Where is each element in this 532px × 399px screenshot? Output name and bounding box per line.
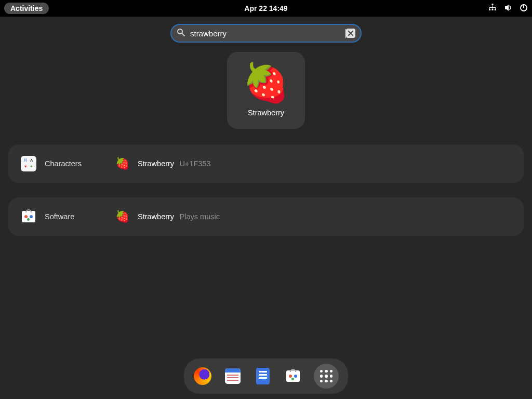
volume-icon[interactable] bbox=[504, 4, 512, 14]
system-status-area[interactable] bbox=[488, 4, 528, 14]
dash-show-applications[interactable] bbox=[314, 364, 339, 389]
software-result-item[interactable]: 🍓 Strawberry Plays music bbox=[115, 210, 220, 223]
todo-icon bbox=[256, 368, 270, 384]
search-providers: 月A ♥✦ Characters 🍓 Strawberry U+1F353 So… bbox=[0, 144, 532, 236]
app-result-strawberry[interactable]: 🍓 Strawberry bbox=[227, 52, 305, 129]
search-icon bbox=[177, 28, 185, 38]
svg-rect-0 bbox=[492, 4, 494, 5]
power-icon[interactable] bbox=[520, 4, 528, 14]
calendar-icon bbox=[225, 368, 241, 384]
character-result-item[interactable]: 🍓 Strawberry U+1F353 bbox=[115, 157, 211, 170]
svg-rect-3 bbox=[495, 9, 496, 10]
svg-rect-8 bbox=[495, 7, 496, 9]
strawberry-icon: 🍓 bbox=[243, 64, 289, 101]
search-input[interactable] bbox=[185, 29, 346, 38]
svg-rect-10 bbox=[523, 4, 524, 8]
software-icon bbox=[285, 369, 301, 383]
svg-rect-7 bbox=[493, 7, 493, 9]
dash-software[interactable] bbox=[284, 367, 302, 385]
dash bbox=[184, 358, 348, 394]
svg-rect-4 bbox=[493, 5, 493, 7]
svg-line-12 bbox=[182, 34, 185, 36]
svg-rect-6 bbox=[489, 7, 490, 9]
provider-label: Characters bbox=[45, 159, 107, 168]
show-apps-icon bbox=[320, 370, 332, 382]
result-title: Strawberry bbox=[138, 159, 174, 168]
app-result-label: Strawberry bbox=[248, 109, 284, 117]
result-subtitle: Plays music bbox=[180, 212, 220, 221]
characters-app-icon: 月A ♥✦ bbox=[21, 156, 36, 171]
dash-calendar[interactable] bbox=[223, 367, 242, 385]
top-bar: Activities Apr 22 14:49 bbox=[0, 0, 532, 17]
clear-search-button[interactable] bbox=[346, 29, 355, 38]
activities-button[interactable]: Activities bbox=[4, 3, 49, 14]
svg-rect-2 bbox=[492, 9, 494, 10]
provider-label: Software bbox=[45, 212, 107, 221]
result-title: Strawberry bbox=[138, 212, 174, 221]
provider-row-software: Software 🍓 Strawberry Plays music bbox=[8, 197, 524, 236]
dash-firefox[interactable] bbox=[193, 367, 212, 385]
software-app-icon bbox=[21, 209, 36, 224]
svg-rect-1 bbox=[489, 9, 490, 10]
strawberry-app-icon: 🍓 bbox=[115, 210, 129, 223]
clock-label[interactable]: Apr 22 14:49 bbox=[244, 4, 287, 12]
result-subtitle: U+1F353 bbox=[180, 159, 211, 168]
provider-row-characters: 月A ♥✦ Characters 🍓 Strawberry U+1F353 bbox=[8, 144, 524, 183]
network-icon[interactable] bbox=[488, 4, 497, 14]
strawberry-emoji-icon: 🍓 bbox=[115, 157, 129, 170]
search-bar[interactable] bbox=[170, 24, 362, 43]
svg-point-11 bbox=[178, 29, 182, 34]
firefox-icon bbox=[194, 367, 211, 385]
dash-todo[interactable] bbox=[254, 367, 272, 385]
